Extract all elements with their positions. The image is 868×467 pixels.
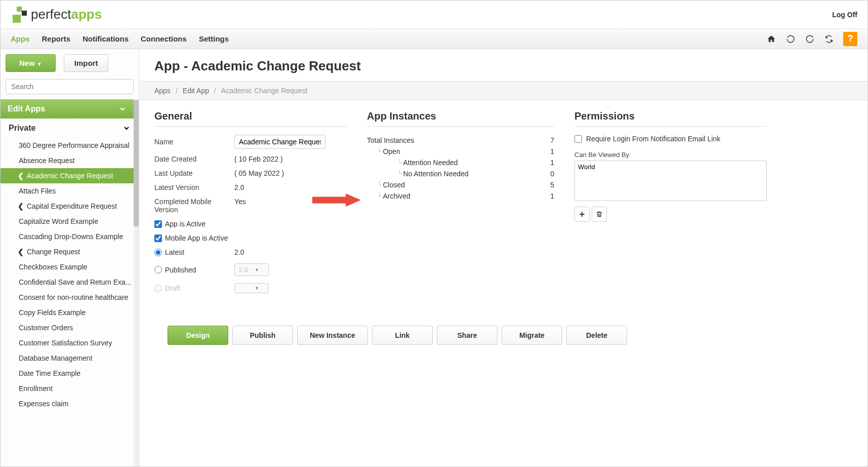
sidebar-app-item[interactable]: ❮Capital Expenditure Request — [1, 199, 139, 214]
scrollbar-thumb[interactable] — [134, 100, 139, 226]
tree-connector-icon: └ — [377, 147, 381, 155]
require-login-checkbox[interactable] — [574, 135, 582, 143]
published-select[interactable]: 2.0▼ — [234, 263, 269, 276]
chevron-down-icon — [118, 105, 127, 113]
sidebar-app-item[interactable]: Customer Satisfaction Survey — [1, 335, 139, 351]
instance-label: Attention Needed — [403, 159, 458, 167]
instance-row[interactable]: └Attention Needed1 — [367, 157, 554, 168]
share-button[interactable]: Share — [437, 326, 498, 345]
mobile-active-checkbox[interactable] — [154, 235, 162, 242]
tree-connector-icon: └ — [377, 192, 381, 200]
new-instance-button[interactable]: New Instance — [297, 326, 368, 345]
viewed-by-textarea[interactable] — [574, 161, 767, 201]
radio-published-label: Published — [165, 266, 196, 274]
sidebar-app-label: Customer Satisfaction Survey — [19, 339, 112, 347]
scrollbar-track[interactable] — [134, 100, 139, 466]
last-update-value: ( 05 May 2022 ) — [234, 169, 347, 177]
sidebar-app-item[interactable]: Consent for non-routine healthcare — [1, 290, 139, 305]
sidebar-app-label: Confidential Save and Return Exa... — [19, 278, 132, 286]
migrate-button[interactable]: Migrate — [502, 326, 562, 345]
sidebar: New▼ Import Edit Apps Private 360 Degree… — [1, 49, 139, 466]
sidebar-app-item[interactable]: Database Management — [1, 351, 139, 366]
chevron-down-icon: ▼ — [255, 286, 259, 291]
instance-row[interactable]: └No Attention Needed0 — [367, 168, 554, 179]
mobile-active-label: Mobile App is Active — [165, 234, 228, 242]
publish-button[interactable]: Publish — [232, 326, 293, 345]
new-button[interactable]: New▼ — [6, 54, 56, 72]
group-private[interactable]: Private — [1, 119, 139, 138]
instance-row[interactable]: └Closed5 — [367, 179, 554, 190]
design-button[interactable]: Design — [168, 326, 228, 345]
app-active-checkbox[interactable] — [154, 220, 162, 228]
radio-latest[interactable] — [154, 249, 162, 256]
date-created-label: Date Created — [154, 155, 234, 163]
general-heading: General — [154, 110, 347, 127]
chevron-left-icon: ❮ — [18, 172, 24, 180]
nav-connections[interactable]: Connections — [141, 34, 187, 43]
tree-connector-icon: └ — [397, 159, 401, 167]
home-icon[interactable] — [766, 34, 776, 44]
navbar: Apps Reports Notifications Connections S… — [1, 29, 867, 49]
name-input[interactable] — [234, 135, 325, 149]
radio-draft — [154, 285, 162, 292]
instance-label: Archived — [383, 192, 410, 200]
permissions-heading: Permissions — [574, 110, 767, 127]
sidebar-app-item[interactable]: Absence Request — [1, 153, 139, 168]
sidebar-app-item[interactable]: Expenses claim — [1, 396, 139, 411]
delete-button[interactable]: Delete — [566, 326, 627, 345]
radio-latest-value: 2.0 — [234, 248, 347, 256]
sidebar-app-item[interactable]: Checkboxes Example — [1, 259, 139, 275]
instances-heading: App Instances — [367, 110, 554, 127]
sidebar-app-label: Checkboxes Example — [19, 263, 87, 271]
last-update-label: Last Update — [154, 169, 234, 177]
sidebar-app-label: Customer Orders — [19, 324, 73, 332]
instance-row[interactable]: └Open1 — [367, 146, 554, 157]
import-button[interactable]: Import — [64, 54, 109, 72]
refresh-ccw-icon[interactable] — [786, 34, 796, 44]
header: perfectapps Log Off — [1, 1, 867, 29]
nav-notifications[interactable]: Notifications — [82, 34, 129, 43]
sidebar-app-item[interactable]: Attach Files — [1, 183, 139, 199]
delete-permission-button[interactable] — [592, 207, 607, 222]
logo-text: perfectapps — [31, 7, 102, 22]
instance-value: 1 — [550, 192, 554, 200]
sidebar-app-item[interactable]: Date Time Example — [1, 366, 139, 381]
sidebar-app-item[interactable]: ❮Academic Change Request — [1, 168, 139, 183]
crumb-apps[interactable]: Apps — [154, 87, 171, 95]
require-login-label: Require Login From Notification Email Li… — [586, 135, 720, 143]
sidebar-app-item[interactable]: Confidential Save and Return Exa... — [1, 275, 139, 290]
sidebar-app-item[interactable]: Customer Orders — [1, 320, 139, 335]
sidebar-app-item[interactable]: 360 Degree Performance Appraisal — [1, 138, 139, 153]
search-input[interactable] — [6, 79, 134, 94]
sidebar-app-label: Attach Files — [19, 187, 56, 195]
sidebar-app-label: Copy Fields Example — [19, 308, 86, 317]
sidebar-app-item[interactable]: Capitalize Word Example — [1, 214, 139, 229]
logo[interactable]: perfectapps — [11, 7, 102, 23]
radio-published[interactable] — [154, 266, 162, 274]
nav-apps[interactable]: Apps — [11, 34, 30, 43]
instance-label: Open — [383, 147, 400, 155]
sidebar-app-item[interactable]: Enrollment — [1, 381, 139, 396]
latest-version-label: Latest Version — [154, 183, 234, 191]
sidebar-app-item[interactable]: ❮Change Request — [1, 244, 139, 259]
draft-select: ▼ — [234, 283, 269, 293]
nav-settings[interactable]: Settings — [199, 34, 229, 43]
chevron-down-icon: ▼ — [255, 267, 259, 273]
sidebar-app-label: Database Management — [19, 354, 93, 362]
instance-row[interactable]: Total Instances7 — [367, 135, 554, 146]
sync-icon[interactable] — [824, 34, 834, 44]
sidebar-app-label: Capital Expenditure Request — [27, 202, 117, 210]
add-button[interactable] — [574, 207, 590, 222]
logoff-button[interactable]: Log Off — [832, 11, 857, 19]
crumb-edit-app[interactable]: Edit App — [183, 87, 209, 95]
refresh-cw-icon[interactable] — [805, 34, 815, 44]
sidebar-app-item[interactable]: Copy Fields Example — [1, 305, 139, 320]
nav-reports[interactable]: Reports — [42, 34, 71, 43]
link-button[interactable]: Link — [372, 326, 433, 345]
section-edit-apps[interactable]: Edit Apps — [1, 99, 134, 119]
sidebar-app-label: 360 Degree Performance Appraisal — [19, 141, 130, 149]
help-button[interactable]: ? — [843, 32, 857, 46]
sidebar-app-item[interactable]: Cascading Drop-Downs Example — [1, 229, 139, 244]
instance-row[interactable]: └Archived1 — [367, 190, 554, 202]
instance-value: 0 — [550, 170, 554, 178]
